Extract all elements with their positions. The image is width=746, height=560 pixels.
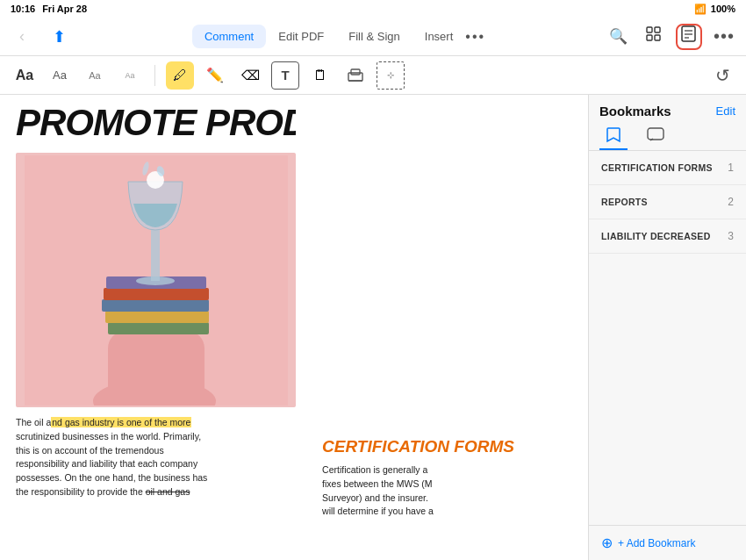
cert-section-text: Certification is generally a fixes betwe… bbox=[322, 463, 577, 519]
strikethrough-text: oil and gas bbox=[146, 486, 190, 497]
text-size-medium-button[interactable]: Aa bbox=[46, 61, 74, 90]
selection-button[interactable]: ⊹ bbox=[377, 61, 405, 90]
eraser-button[interactable]: ⌫ bbox=[236, 61, 264, 90]
status-day: Fri Apr 28 bbox=[42, 4, 87, 14]
bookmarks-sidebar: Bookmarks Edit bbox=[588, 95, 746, 560]
wifi-icon: 📶 bbox=[694, 4, 707, 15]
bookmark-panel-icon bbox=[681, 25, 697, 47]
toolbar-divider bbox=[154, 65, 155, 86]
tab-bookmarks[interactable] bbox=[599, 126, 628, 150]
search-button[interactable]: 🔍 bbox=[606, 24, 632, 50]
sidebar-edit-button[interactable]: Edit bbox=[716, 104, 735, 118]
add-bookmark-icon: ⊕ bbox=[601, 535, 613, 551]
bookmark-item-2[interactable]: REPORTS 2 bbox=[589, 185, 746, 219]
cert-section-heading: CERTIFICATION FORMS bbox=[322, 437, 577, 456]
pdf-right-column: CERTIFICATION FORMS Certification is gen… bbox=[312, 95, 588, 560]
annotation-toolbar: Aa Aa Aa Aa 🖊 ✏️ ⌫ T 🗒 ⊹ ↺ bbox=[0, 56, 746, 95]
pen-button[interactable]: ✏️ bbox=[201, 61, 229, 90]
bookmark-name-3: LIABILITY DECREASED bbox=[601, 231, 711, 241]
bookmark-num-2: 2 bbox=[728, 196, 734, 208]
svg-rect-1 bbox=[655, 27, 660, 32]
pdf-hero-image bbox=[16, 153, 296, 407]
pdf-document-title: PROMOTE PRODUCTI bbox=[16, 95, 296, 153]
bookmark-num-3: 3 bbox=[728, 230, 734, 242]
more-options-button[interactable]: ••• bbox=[711, 24, 737, 50]
text-size-xsmall-button[interactable]: Aa bbox=[116, 61, 144, 90]
svg-rect-16 bbox=[102, 299, 209, 312]
pdf-left-column: PROMOTE PRODUCTI bbox=[0, 95, 312, 560]
sidebar-header: Bookmarks Edit bbox=[589, 95, 746, 118]
bookmark-name-1: CERTIFICATION FORMS bbox=[601, 162, 713, 173]
top-toolbar: ‹ ⬆ Comment Edit PDF Fill & Sign Insert … bbox=[0, 18, 746, 56]
svg-rect-0 bbox=[647, 27, 652, 32]
text-size-small-button[interactable]: Aa bbox=[81, 61, 109, 90]
cocktail-illustration bbox=[16, 153, 296, 407]
pdf-body-text: The oil and gas industry is one of the m… bbox=[16, 416, 296, 499]
more-icon: ••• bbox=[714, 26, 735, 47]
sidebar-tab-bar bbox=[589, 118, 746, 150]
text-size-large-button[interactable]: Aa bbox=[11, 61, 39, 90]
tab-comment[interactable]: Comment bbox=[192, 25, 266, 48]
svg-rect-24 bbox=[648, 128, 664, 140]
tab-edit-pdf[interactable]: Edit PDF bbox=[266, 25, 336, 48]
svg-point-20 bbox=[136, 276, 175, 285]
back-button[interactable]: ‹ bbox=[9, 24, 35, 50]
svg-rect-19 bbox=[151, 230, 160, 281]
bookmark-num-1: 1 bbox=[728, 162, 734, 174]
undo-button[interactable]: ↺ bbox=[709, 62, 735, 89]
bookmark-tab-icon bbox=[606, 126, 621, 147]
svg-rect-15 bbox=[105, 311, 209, 323]
pdf-viewer: PROMOTE PRODUCTI bbox=[0, 95, 588, 560]
svg-rect-3 bbox=[655, 35, 660, 40]
grid-view-button[interactable] bbox=[641, 24, 667, 50]
textbox-button[interactable]: T bbox=[271, 61, 299, 90]
tab-bar: Comment Edit PDF Fill & Sign Insert ••• bbox=[192, 25, 485, 48]
svg-rect-17 bbox=[104, 288, 209, 300]
bookmark-name-2: REPORTS bbox=[601, 197, 648, 207]
chevron-left-icon: ‹ bbox=[19, 27, 25, 46]
tab-fill-sign[interactable]: Fill & Sign bbox=[336, 25, 412, 48]
bookmark-item-3[interactable]: LIABILITY DECREASED 3 bbox=[589, 219, 746, 254]
bookmark-list: CERTIFICATION FORMS 1 REPORTS 2 LIABILIT… bbox=[589, 151, 746, 525]
grid-icon bbox=[646, 26, 662, 47]
bookmark-item-1[interactable]: CERTIFICATION FORMS 1 bbox=[589, 151, 746, 185]
highlight-pen-button[interactable]: 🖊 bbox=[166, 61, 194, 90]
highlighted-text: nd gas industry is one of the more bbox=[51, 417, 191, 427]
main-area: PROMOTE PRODUCTI bbox=[0, 95, 746, 560]
share-button[interactable]: ⬆ bbox=[46, 24, 72, 50]
svg-rect-9 bbox=[351, 69, 360, 75]
tabs-more-button[interactable]: ••• bbox=[465, 29, 485, 45]
search-icon: 🔍 bbox=[609, 27, 628, 46]
svg-rect-2 bbox=[647, 35, 652, 40]
bookmarks-panel-button[interactable] bbox=[676, 24, 702, 50]
tab-comments[interactable] bbox=[642, 126, 670, 150]
battery-status: 100% bbox=[711, 4, 735, 14]
tab-insert[interactable]: Insert bbox=[412, 25, 466, 48]
status-bar: 10:16 Fri Apr 28 📶 100% bbox=[0, 0, 746, 18]
comment-tab-icon bbox=[647, 127, 664, 147]
stamp-button[interactable] bbox=[341, 61, 369, 90]
status-time: 10:16 bbox=[11, 4, 35, 14]
sidebar-title: Bookmarks bbox=[599, 104, 671, 118]
pdf-page: PROMOTE PRODUCTI bbox=[0, 95, 588, 560]
svg-rect-14 bbox=[108, 322, 209, 334]
add-bookmark-label: + Add Bookmark bbox=[618, 537, 695, 549]
share-icon: ⬆ bbox=[53, 27, 66, 47]
add-bookmark-button[interactable]: ⊕ + Add Bookmark bbox=[589, 525, 746, 560]
svg-rect-13 bbox=[108, 331, 204, 406]
sticky-note-button[interactable]: 🗒 bbox=[306, 61, 334, 90]
